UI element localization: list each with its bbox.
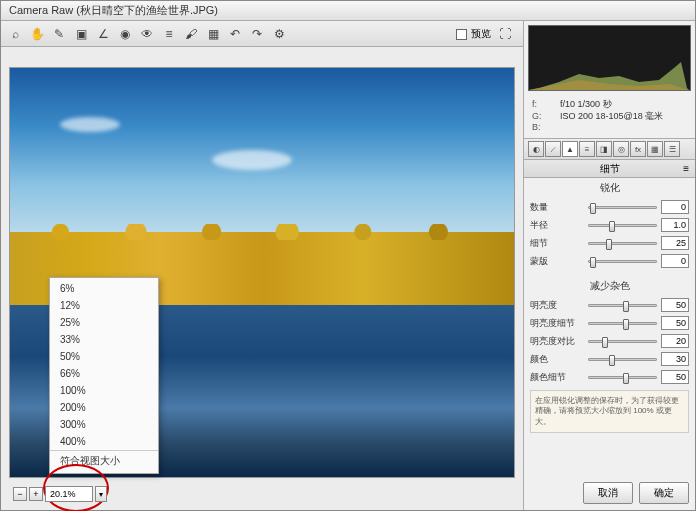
slider-thumb[interactable] bbox=[623, 373, 629, 384]
titlebar: Camera Raw (秋日晴空下的渔绘世界.JPG) bbox=[1, 1, 695, 21]
slider-value[interactable]: 20 bbox=[661, 334, 689, 348]
slider-thumb[interactable] bbox=[609, 221, 615, 232]
slider-value[interactable]: 0 bbox=[661, 254, 689, 268]
zoom-option[interactable]: 66% bbox=[50, 365, 158, 382]
ok-button[interactable]: 确定 bbox=[639, 482, 689, 504]
exif-f-label: f: bbox=[532, 99, 560, 111]
tab-basic-icon[interactable]: ◐ bbox=[528, 141, 544, 157]
preview-area: 6%12%25%33%50%66%100%200%300%400%符合视图大小 bbox=[1, 47, 523, 510]
zoom-option[interactable]: 400% bbox=[50, 433, 158, 450]
gradient-icon[interactable]: ▦ bbox=[203, 24, 223, 44]
zoom-in-button[interactable]: + bbox=[29, 487, 43, 501]
exif-info: f:f/10 1/300 秒 G:ISO 200 18-105@18 毫米 B: bbox=[524, 95, 695, 138]
tab-detail-icon[interactable]: ▲ bbox=[562, 141, 578, 157]
slider-track[interactable] bbox=[588, 340, 657, 343]
slider-thumb[interactable] bbox=[609, 355, 615, 366]
slider-track[interactable] bbox=[588, 242, 657, 245]
zoom-option[interactable]: 25% bbox=[50, 314, 158, 331]
tab-presets-icon[interactable]: ☰ bbox=[664, 141, 680, 157]
magnify-icon[interactable]: ⌕ bbox=[5, 24, 25, 44]
slider-label: 颜色细节 bbox=[530, 371, 584, 384]
slider-track[interactable] bbox=[588, 304, 657, 307]
zoom-value: 20.1% bbox=[50, 489, 76, 499]
eyedropper-icon[interactable]: ✎ bbox=[49, 24, 69, 44]
brush-icon[interactable]: 🖌 bbox=[181, 24, 201, 44]
slider-label: 数量 bbox=[530, 201, 584, 214]
preview-label: 预览 bbox=[471, 27, 491, 41]
slider-thumb[interactable] bbox=[590, 257, 596, 268]
rotate-left-icon[interactable]: ↶ bbox=[225, 24, 245, 44]
slider-thumb[interactable] bbox=[623, 301, 629, 312]
slider-track[interactable] bbox=[588, 206, 657, 209]
exif-g-label: G: bbox=[532, 111, 560, 123]
slider-thumb[interactable] bbox=[590, 203, 596, 214]
crop-icon[interactable]: ▣ bbox=[71, 24, 91, 44]
slider-value[interactable]: 30 bbox=[661, 352, 689, 366]
panel-title: 细节 bbox=[600, 162, 620, 176]
noise-section-label: 减少杂色 bbox=[524, 276, 695, 296]
zoom-controls: − + 20.1% ▾ bbox=[13, 486, 107, 502]
main-area: ⌕ ✋ ✎ ▣ ∠ ◉ 👁 ≡ 🖌 ▦ ↶ ↷ ⚙ 预览 ⛶ bbox=[1, 21, 695, 510]
slider-label: 细节 bbox=[530, 237, 584, 250]
slider-label: 颜色 bbox=[530, 353, 584, 366]
zoom-option[interactable]: 300% bbox=[50, 416, 158, 433]
window-title: Camera Raw (秋日晴空下的渔绘世界.JPG) bbox=[9, 3, 218, 18]
sharpen-slider-row: 半径1.0 bbox=[524, 216, 695, 234]
slider-thumb[interactable] bbox=[602, 337, 608, 348]
slider-track[interactable] bbox=[588, 224, 657, 227]
slider-value[interactable]: 50 bbox=[661, 298, 689, 312]
noise-slider-row: 颜色30 bbox=[524, 350, 695, 368]
zoom-out-button[interactable]: − bbox=[13, 487, 27, 501]
camera-raw-window: Camera Raw (秋日晴空下的渔绘世界.JPG) ⌕ ✋ ✎ ▣ ∠ ◉ … bbox=[0, 0, 696, 511]
slider-value[interactable]: 50 bbox=[661, 316, 689, 330]
noise-slider-row: 明亮度对比20 bbox=[524, 332, 695, 350]
straighten-icon[interactable]: ∠ bbox=[93, 24, 113, 44]
tab-camera-icon[interactable]: ▦ bbox=[647, 141, 663, 157]
fullscreen-icon[interactable]: ⛶ bbox=[495, 24, 515, 44]
slider-value[interactable]: 0 bbox=[661, 200, 689, 214]
tab-hsl-icon[interactable]: ≡ bbox=[579, 141, 595, 157]
slider-thumb[interactable] bbox=[623, 319, 629, 330]
footer-buttons: 取消 确定 bbox=[524, 476, 695, 510]
prefs-icon[interactable]: ⚙ bbox=[269, 24, 289, 44]
noise-slider-row: 明亮度50 bbox=[524, 296, 695, 314]
exif-f-value: f/10 1/300 秒 bbox=[560, 99, 612, 111]
zoom-option[interactable]: 33% bbox=[50, 331, 158, 348]
panel-header[interactable]: 细节 bbox=[524, 160, 695, 178]
rotate-right-icon[interactable]: ↷ bbox=[247, 24, 267, 44]
redeye-icon[interactable]: 👁 bbox=[137, 24, 157, 44]
histogram[interactable] bbox=[528, 25, 691, 91]
zoom-menu: 6%12%25%33%50%66%100%200%300%400%符合视图大小 bbox=[49, 277, 159, 474]
slider-label: 明亮度 bbox=[530, 299, 584, 312]
zoom-display[interactable]: 20.1% bbox=[45, 486, 93, 502]
tab-fx-icon[interactable]: fx bbox=[630, 141, 646, 157]
zoom-option[interactable]: 12% bbox=[50, 297, 158, 314]
zoom-option[interactable]: 符合视图大小 bbox=[50, 450, 158, 471]
preview-checkbox[interactable] bbox=[456, 29, 467, 40]
noise-slider-row: 明亮度细节50 bbox=[524, 314, 695, 332]
tab-split-icon[interactable]: ◨ bbox=[596, 141, 612, 157]
slider-track[interactable] bbox=[588, 260, 657, 263]
spot-icon[interactable]: ◉ bbox=[115, 24, 135, 44]
toolbar: ⌕ ✋ ✎ ▣ ∠ ◉ 👁 ≡ 🖌 ▦ ↶ ↷ ⚙ 预览 ⛶ bbox=[1, 21, 523, 47]
tab-lens-icon[interactable]: ◎ bbox=[613, 141, 629, 157]
sharpen-slider-row: 蒙版0 bbox=[524, 252, 695, 270]
slider-label: 明亮度对比 bbox=[530, 335, 584, 348]
zoom-dropdown-button[interactable]: ▾ bbox=[95, 486, 107, 502]
slider-thumb[interactable] bbox=[606, 239, 612, 250]
zoom-option[interactable]: 6% bbox=[50, 280, 158, 297]
zoom-option[interactable]: 100% bbox=[50, 382, 158, 399]
zoom-option[interactable]: 200% bbox=[50, 399, 158, 416]
slider-track[interactable] bbox=[588, 322, 657, 325]
tab-curve-icon[interactable]: ⟋ bbox=[545, 141, 561, 157]
right-panel: f:f/10 1/300 秒 G:ISO 200 18-105@18 毫米 B:… bbox=[523, 21, 695, 510]
slider-value[interactable]: 25 bbox=[661, 236, 689, 250]
zoom-option[interactable]: 50% bbox=[50, 348, 158, 365]
slider-value[interactable]: 1.0 bbox=[661, 218, 689, 232]
slider-track[interactable] bbox=[588, 376, 657, 379]
hand-icon[interactable]: ✋ bbox=[27, 24, 47, 44]
cancel-button[interactable]: 取消 bbox=[583, 482, 633, 504]
slider-value[interactable]: 50 bbox=[661, 370, 689, 384]
slider-track[interactable] bbox=[588, 358, 657, 361]
adjust-icon[interactable]: ≡ bbox=[159, 24, 179, 44]
